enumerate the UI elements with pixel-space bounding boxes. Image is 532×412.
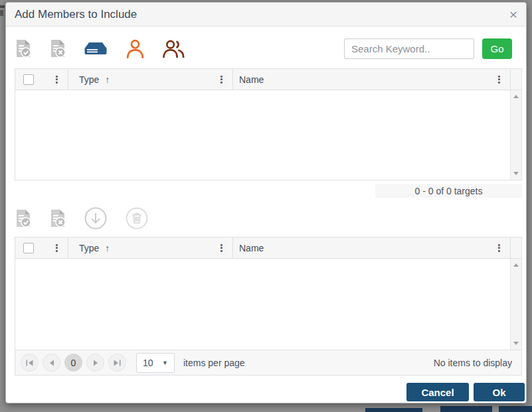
dialog-title: Add Members to Include [15,8,137,21]
document-check-icon[interactable] [15,39,32,58]
add-members-dialog: Add Members to Include × [5,2,527,403]
name-column-header[interactable]: Name ⋮ [233,238,511,258]
user-icon[interactable] [125,38,145,59]
targets-count-text: 0 - 0 of 0 targets [415,186,483,196]
scrollbar-spacer [511,69,521,90]
column-label: Type [79,74,99,85]
scroll-down-icon[interactable] [513,342,519,345]
available-members-grid: ⋮ Type ↑ ⋮ Name ⋮ [15,68,522,180]
select-all-checkbox[interactable] [23,243,34,253]
type-column-header[interactable]: Type ↑ ⋮ [68,69,233,90]
background-text-fragment [0,5,5,8]
scroll-down-icon[interactable] [513,172,519,175]
grid-header-row: ⋮ Type ↑ ⋮ Name ⋮ [15,69,521,90]
column-menu-icon[interactable]: ⋮ [50,74,63,84]
grid-body-empty [15,259,521,350]
items-per-page-label: items per page [183,358,245,368]
targets-count-info: 0 - 0 of 0 targets [375,184,522,198]
scrollbar-spacer [511,238,521,258]
background-button-fragment [499,406,532,412]
page-size-value: 10 [143,358,153,368]
column-label: Type [79,243,99,253]
page-size-dropdown[interactable]: 10 ▼ [136,353,175,373]
pager-status-text: No items to display [434,358,516,368]
select-column-header: ⋮ [15,238,68,258]
dialog-titlebar: Add Members to Include × [6,3,526,27]
sort-ascending-icon: ↑ [105,243,110,253]
close-icon[interactable]: × [509,7,517,21]
column-label: Name [239,243,264,253]
top-toolbar: Go [15,32,512,65]
page-backdrop: Add Members to Include × [0,0,532,412]
column-menu-icon[interactable]: ⋮ [493,243,505,253]
grid-header-row: ⋮ Type ↑ ⋮ Name ⋮ [15,238,521,259]
selected-members-grid: ⋮ Type ↑ ⋮ Name ⋮ [15,237,522,376]
vertical-scrollbar[interactable] [510,90,521,180]
background-text-fragment [0,10,3,16]
chevron-down-icon: ▼ [162,360,168,366]
group-icon[interactable] [163,38,185,59]
pager-page-button[interactable]: 0 [64,354,82,372]
type-column-header[interactable]: Type ↑ ⋮ [68,238,233,258]
search-area: Go [344,38,512,59]
sort-ascending-icon: ↑ [105,74,110,85]
column-label: Name [239,74,264,85]
move-down-icon[interactable] [84,206,108,230]
background-button-fragment [365,408,422,412]
document-check-icon[interactable] [15,209,32,228]
name-column-header[interactable]: Name ⋮ [233,69,511,90]
scroll-up-icon[interactable] [513,95,519,98]
column-menu-icon[interactable]: ⋮ [493,74,505,84]
targets-drive-icon[interactable] [84,39,108,58]
pager: 0 10 ▼ items per page No items to displa… [15,350,521,375]
select-all-checkbox[interactable] [23,74,34,85]
pager-prev-button[interactable] [43,354,60,372]
go-button[interactable]: Go [482,38,512,59]
vertical-scrollbar[interactable] [510,259,521,350]
scroll-up-icon[interactable] [513,263,519,267]
column-menu-icon[interactable]: ⋮ [215,243,228,253]
delete-icon[interactable] [125,206,149,230]
search-input[interactable] [344,38,474,59]
column-menu-icon[interactable]: ⋮ [50,243,63,253]
pager-first-button[interactable] [21,354,39,372]
document-x-icon[interactable] [49,209,66,228]
column-menu-icon[interactable]: ⋮ [215,74,228,84]
pager-last-button[interactable] [108,354,126,372]
background-button-fragment [440,406,492,412]
pager-next-button[interactable] [86,354,104,372]
select-column-header: ⋮ [15,69,68,90]
bottom-toolbar [15,201,166,236]
cancel-button[interactable]: Cancel [406,383,469,401]
document-x-icon[interactable] [49,39,66,58]
grid-body-empty [15,90,521,180]
ok-button[interactable]: Ok [474,383,525,401]
